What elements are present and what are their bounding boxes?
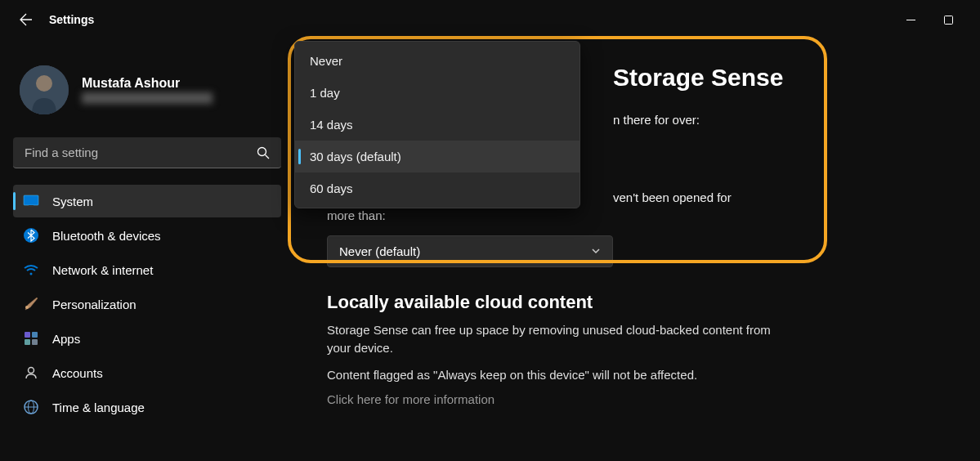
- svg-point-3: [258, 147, 266, 155]
- bluetooth-icon: [23, 227, 39, 244]
- back-button[interactable]: [13, 7, 39, 33]
- sidebar-item-label: Apps: [52, 332, 80, 346]
- sidebar-item-accounts[interactable]: Accounts: [13, 356, 281, 389]
- maximize-icon: [944, 16, 953, 25]
- search-input[interactable]: [25, 145, 257, 159]
- cloud-content-heading: Locally available cloud content: [327, 292, 947, 313]
- svg-rect-5: [29, 205, 34, 207]
- sidebar-item-label: System: [52, 195, 93, 208]
- recycle-dropdown-menu: Never 1 day 14 days 30 days (default) 60…: [294, 41, 580, 208]
- svg-point-2: [36, 75, 52, 92]
- dropdown-value: Never (default): [339, 244, 420, 258]
- sidebar-item-system[interactable]: System: [13, 185, 281, 217]
- sidebar-item-label: Bluetooth & devices: [52, 229, 161, 243]
- search-icon: [257, 146, 270, 159]
- dropdown-option-14days[interactable]: 14 days: [295, 109, 579, 141]
- sidebar-item-label: Accounts: [52, 366, 103, 380]
- svg-rect-10: [32, 332, 38, 338]
- sidebar-nav: System Bluetooth & devices Network & int…: [13, 185, 281, 423]
- arrow-left-icon: [20, 13, 33, 26]
- sidebar-item-personalization[interactable]: Personalization: [13, 288, 281, 320]
- sidebar-item-label: Time & language: [52, 401, 145, 414]
- cloud-content-desc2: Content flagged as "Always keep on this …: [327, 366, 947, 385]
- sidebar-item-apps[interactable]: Apps: [13, 322, 281, 355]
- minimize-icon: [906, 16, 915, 25]
- svg-point-8: [25, 306, 29, 309]
- svg-rect-0: [944, 16, 952, 24]
- downloads-dropdown[interactable]: Never (default): [327, 235, 613, 267]
- app-title: Settings: [49, 13, 94, 26]
- svg-rect-9: [25, 332, 30, 338]
- sidebar-item-bluetooth[interactable]: Bluetooth & devices: [13, 219, 281, 252]
- apps-icon: [23, 330, 39, 347]
- profile-email: [82, 92, 213, 104]
- svg-rect-12: [32, 339, 38, 345]
- cloud-content-desc1: Storage Sense can free up space by remov…: [327, 321, 785, 358]
- search-box[interactable]: [13, 137, 281, 168]
- dropdown-option-never[interactable]: Never: [295, 45, 579, 77]
- account-icon: [23, 365, 39, 381]
- sidebar-item-network[interactable]: Network & internet: [13, 253, 281, 286]
- svg-rect-4: [24, 195, 38, 205]
- minimize-button[interactable]: [892, 7, 929, 33]
- cloud-info-link[interactable]: Click here for more information: [327, 392, 947, 406]
- content-area: Storage Sense n there for over: ven't be…: [294, 39, 980, 461]
- avatar: [20, 65, 69, 114]
- wifi-icon: [23, 262, 39, 278]
- profile-name: Mustafa Ashour: [82, 76, 275, 91]
- titlebar: Settings: [0, 0, 980, 39]
- dropdown-option-60days[interactable]: 60 days: [295, 172, 579, 204]
- profile-section[interactable]: Mustafa Ashour: [13, 46, 281, 131]
- sidebar: Mustafa Ashour System Bluetooth & device…: [0, 39, 294, 461]
- maximize-button[interactable]: [929, 7, 967, 33]
- chevron-down-icon: [591, 246, 601, 256]
- sidebar-item-label: Personalization: [52, 298, 136, 311]
- monitor-icon: [23, 193, 39, 209]
- sidebar-item-label: Network & internet: [52, 263, 153, 277]
- sidebar-item-time-language[interactable]: Time & language: [13, 391, 281, 423]
- svg-point-7: [30, 273, 33, 275]
- globe-icon: [23, 399, 39, 415]
- dropdown-option-30days[interactable]: 30 days (default): [295, 141, 579, 172]
- svg-rect-11: [25, 339, 30, 345]
- svg-point-13: [29, 368, 34, 374]
- brush-icon: [23, 296, 39, 312]
- dropdown-option-1day[interactable]: 1 day: [295, 77, 579, 109]
